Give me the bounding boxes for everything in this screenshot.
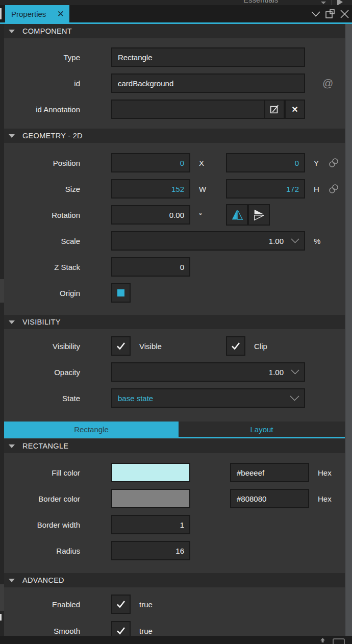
collapse-triangle-icon[interactable] bbox=[9, 444, 15, 448]
tabs-accent-underline bbox=[4, 437, 345, 438]
edit-annotation-button[interactable] bbox=[264, 100, 285, 119]
section-title: COMPONENT bbox=[22, 27, 72, 35]
hex-suffix: Hex bbox=[309, 494, 332, 503]
enabled-checkbox[interactable] bbox=[111, 595, 131, 614]
kit-selector[interactable]: Essentials bbox=[243, 0, 278, 4]
status-icon-2[interactable] bbox=[333, 638, 345, 644]
rotation-label: Rotation bbox=[4, 211, 111, 219]
visibility-label: Visibility bbox=[4, 342, 111, 351]
link-size-icon[interactable] bbox=[328, 183, 339, 194]
border-hex-input[interactable]: #808080 bbox=[230, 489, 309, 508]
opacity-input[interactable]: 1.00 bbox=[111, 362, 305, 382]
flip-buttons-group bbox=[226, 204, 270, 226]
flip-vertical-button[interactable] bbox=[248, 204, 270, 226]
tab-properties[interactable]: Properties ✕ bbox=[5, 5, 69, 22]
collapse-triangle-icon[interactable] bbox=[9, 134, 15, 138]
clip-checkbox-label: Clip bbox=[254, 342, 267, 351]
degree-suffix: ° bbox=[190, 211, 226, 219]
rotation-input[interactable]: 0.00 bbox=[111, 205, 190, 225]
row-smooth: Smooth true bbox=[4, 621, 345, 636]
id-annotation-group: ✕ bbox=[111, 100, 305, 119]
row-radius: Radius 16 bbox=[4, 541, 345, 560]
row-id-annotation: id Annotation ✕ bbox=[4, 100, 345, 119]
link-position-icon[interactable] bbox=[328, 157, 339, 168]
border-color-swatch[interactable] bbox=[111, 489, 190, 508]
type-label: Type bbox=[4, 53, 111, 62]
smooth-checkbox[interactable] bbox=[111, 621, 131, 636]
row-opacity: Opacity 1.00 bbox=[4, 362, 345, 382]
row-enabled: Enabled true bbox=[4, 595, 345, 614]
radius-label: Radius bbox=[4, 547, 111, 555]
size-width-input[interactable]: 152 bbox=[111, 179, 190, 199]
row-fill-color: Fill color #beeeef Hex bbox=[4, 463, 345, 482]
vertical-scrollbar[interactable] bbox=[345, 24, 352, 636]
fill-hex-input[interactable]: #beeeef bbox=[230, 463, 309, 482]
chevron-down-icon bbox=[290, 395, 299, 401]
enabled-label: Enabled bbox=[4, 600, 111, 609]
row-state: State base state bbox=[4, 388, 345, 408]
id-input[interactable]: cardBackground bbox=[111, 73, 305, 93]
state-label: State bbox=[4, 394, 111, 403]
section-header-rectangle[interactable]: RECTANGLE bbox=[4, 439, 345, 453]
close-panel-icon[interactable] bbox=[340, 10, 349, 18]
tab-rectangle[interactable]: Rectangle bbox=[4, 422, 179, 437]
chevron-down-icon[interactable] bbox=[291, 238, 299, 243]
tab-layout[interactable]: Layout bbox=[179, 422, 345, 437]
chevron-down-icon[interactable] bbox=[311, 11, 320, 17]
section-title: GEOMETRY - 2D bbox=[22, 132, 83, 140]
border-width-label: Border width bbox=[4, 521, 111, 529]
x-suffix: X bbox=[190, 159, 226, 167]
properties-panel: Essentials Properties ✕ bbox=[0, 0, 352, 644]
section-header-geometry[interactable]: GEOMETRY - 2D bbox=[4, 129, 345, 143]
position-label: Position bbox=[4, 159, 111, 167]
origin-selector-button[interactable] bbox=[111, 283, 131, 303]
edit-icon bbox=[269, 104, 280, 114]
section-title: VISIBILITY bbox=[22, 318, 61, 326]
run-icon[interactable] bbox=[337, 0, 343, 5]
id-annotation-label: id Annotation bbox=[4, 105, 111, 114]
collapse-triangle-icon[interactable] bbox=[9, 30, 15, 33]
id-label: id bbox=[4, 79, 111, 88]
row-scale: Scale 1.00 % bbox=[4, 231, 345, 251]
kit-selector-caret-icon[interactable] bbox=[321, 2, 326, 4]
percent-suffix: % bbox=[305, 237, 341, 245]
state-dropdown[interactable]: base state bbox=[111, 388, 305, 408]
section-title: ADVANCED bbox=[22, 576, 64, 584]
hex-suffix: Hex bbox=[309, 468, 332, 477]
remove-annotation-button[interactable]: ✕ bbox=[285, 100, 305, 119]
row-z-stack: Z Stack 0 bbox=[4, 257, 345, 277]
opacity-label: Opacity bbox=[4, 368, 111, 377]
section-header-advanced[interactable]: ADVANCED bbox=[4, 573, 345, 587]
top-toolbar: Essentials bbox=[0, 0, 352, 5]
tab-properties-label: Properties bbox=[11, 10, 46, 18]
status-icon-1[interactable] bbox=[320, 638, 325, 642]
chevron-down-icon[interactable] bbox=[291, 369, 299, 375]
toolbar-divider bbox=[332, 0, 332, 5]
section-title: RECTANGLE bbox=[22, 442, 68, 450]
row-origin: Origin bbox=[4, 283, 345, 303]
position-y-input[interactable]: 0 bbox=[226, 153, 305, 172]
section-header-visibility[interactable]: VISIBILITY bbox=[4, 315, 345, 329]
z-stack-input[interactable]: 0 bbox=[111, 257, 190, 277]
type-input[interactable]: Rectangle bbox=[111, 47, 305, 67]
collapse-triangle-icon[interactable] bbox=[9, 579, 15, 582]
clip-checkbox[interactable] bbox=[226, 336, 245, 356]
y-suffix: Y bbox=[305, 159, 328, 167]
collapse-triangle-icon[interactable] bbox=[9, 320, 15, 324]
tab-close-icon[interactable]: ✕ bbox=[57, 10, 64, 18]
export-alias-icon[interactable]: @ bbox=[322, 77, 333, 89]
section-header-component[interactable]: COMPONENT bbox=[4, 24, 345, 38]
flip-horizontal-button[interactable] bbox=[226, 204, 248, 226]
fill-color-swatch[interactable] bbox=[111, 463, 190, 482]
scale-input[interactable]: 1.00 bbox=[111, 231, 305, 251]
radius-input[interactable]: 16 bbox=[111, 541, 190, 560]
position-x-input[interactable]: 0 bbox=[111, 153, 190, 172]
h-suffix: H bbox=[305, 185, 328, 193]
smooth-label: Smooth bbox=[4, 627, 111, 635]
left-splitter-rail[interactable] bbox=[0, 24, 4, 636]
border-width-input[interactable]: 1 bbox=[111, 515, 190, 534]
size-height-input[interactable]: 172 bbox=[226, 179, 305, 199]
undock-panel-icon[interactable] bbox=[325, 9, 335, 19]
smooth-value: true bbox=[139, 627, 153, 635]
visible-checkbox[interactable] bbox=[111, 336, 131, 356]
